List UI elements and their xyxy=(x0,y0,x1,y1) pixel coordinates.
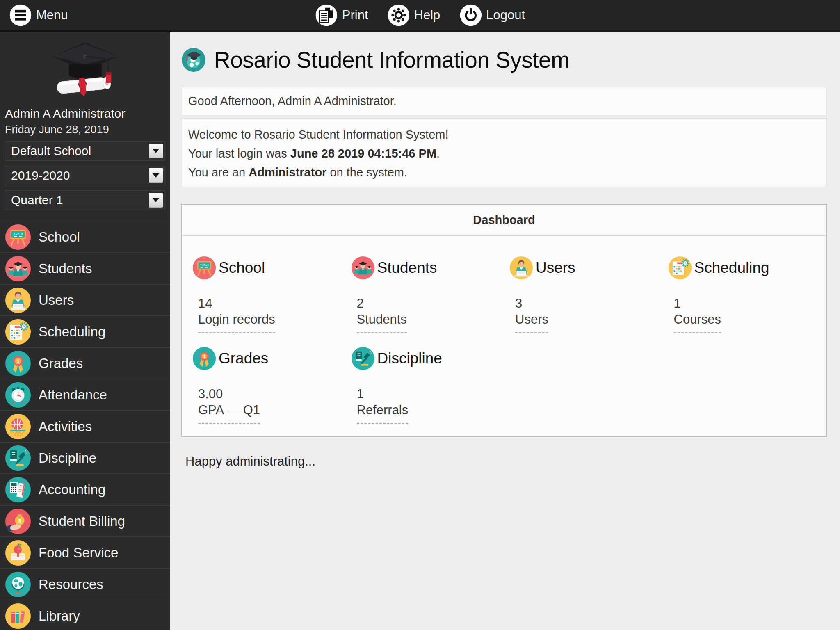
tile-students-link[interactable]: Students xyxy=(351,256,510,280)
school-select-value: Default School xyxy=(11,144,91,158)
dashboard-panel: Dashboard 1+2=3 xyxy=(181,204,827,437)
library-icon xyxy=(5,603,31,629)
page-title: Rosario Student Information System xyxy=(214,47,569,73)
sidebar-item-label: Students xyxy=(39,261,92,276)
discipline-icon xyxy=(5,445,31,471)
print-icon xyxy=(315,4,338,27)
topbar-actions: Print Help xyxy=(315,0,525,30)
sidebar-item-activities[interactable]: Activities xyxy=(0,411,170,443)
role-line: You are an Administrator on the system. xyxy=(188,166,820,179)
menu-label: Menu xyxy=(36,8,68,23)
tile-grades-link[interactable]: 1 Grades xyxy=(192,347,351,370)
tile-scheduling-link[interactable]: Scheduling xyxy=(668,256,827,280)
users-icon xyxy=(5,287,31,313)
tile-value: 2 xyxy=(357,296,510,311)
logout-label: Logout xyxy=(486,8,525,23)
help-icon xyxy=(387,4,410,27)
tile-label: Users xyxy=(536,259,575,276)
marking-period-select-value: Quarter 1 xyxy=(11,193,63,207)
sidebar-item-accounting[interactable]: Accounting xyxy=(0,474,170,506)
sidebar-item-label: Attendance xyxy=(39,387,107,403)
sidebar-item-label: School xyxy=(39,229,80,245)
topbar: Menu Print xyxy=(0,0,840,32)
tile-metric[interactable]: Students xyxy=(357,312,407,333)
print-label: Print xyxy=(342,8,368,23)
sidebar-menu: 1+2=3 School xyxy=(0,221,170,630)
print-button[interactable]: Print xyxy=(315,4,368,27)
sidebar-item-label: Grades xyxy=(39,356,83,371)
hamburger-menu-icon xyxy=(9,4,32,27)
sidebar-item-scheduling[interactable]: Scheduling xyxy=(0,316,170,348)
tile-value: 14 xyxy=(198,296,351,311)
current-date: Friday June 28, 2019 xyxy=(0,121,170,136)
marking-period-select[interactable]: Quarter 1 xyxy=(5,190,165,210)
greeting-text: Good Afternoon, Admin A Administrator. xyxy=(188,94,397,107)
users-icon xyxy=(509,256,533,280)
svg-text:1+2=3: 1+2=3 xyxy=(200,263,209,267)
tile-users-link[interactable]: Users xyxy=(509,256,668,280)
dashboard-tile-school: 1+2=3 School 14 Login records xyxy=(192,256,351,333)
tile-metric[interactable]: GPA — Q1 xyxy=(198,403,260,424)
logout-button[interactable]: Logout xyxy=(459,4,525,27)
dropdown-arrow-icon xyxy=(149,144,163,158)
tile-discipline-link[interactable]: Discipline xyxy=(351,347,510,370)
sidebar-item-label: Resources xyxy=(39,577,103,592)
sidebar-item-label: Scheduling xyxy=(39,324,105,340)
sidebar-item-users[interactable]: Users xyxy=(0,285,170,316)
sidebar-item-discipline[interactable]: Discipline xyxy=(0,443,170,474)
sidebar-item-label: Accounting xyxy=(39,482,105,498)
discipline-icon xyxy=(351,347,375,370)
student-billing-icon: $ xyxy=(5,508,31,534)
dropdown-arrow-icon xyxy=(149,193,163,208)
sidebar-item-label: Library xyxy=(39,608,80,624)
resources-icon xyxy=(5,571,31,598)
dashboard-tiles: 1+2=3 School 14 Login records xyxy=(182,236,826,436)
sidebar-item-school[interactable]: 1+2=3 School xyxy=(0,221,170,253)
students-icon xyxy=(5,256,31,282)
menu-button[interactable]: Menu xyxy=(9,4,68,27)
tile-value: 3 xyxy=(515,296,668,311)
rosariosis-app: Menu Print xyxy=(0,0,840,630)
dashboard-tile-scheduling: Scheduling 1 Courses xyxy=(668,256,827,333)
user-role: Administrator xyxy=(249,166,326,179)
sidebar-item-library[interactable]: Library xyxy=(0,600,170,630)
svg-text:1: 1 xyxy=(16,358,19,364)
attendance-icon xyxy=(5,382,31,408)
sidebar-item-attendance[interactable]: Attendance xyxy=(0,379,170,411)
sidebar-logo xyxy=(0,32,170,104)
tile-metric[interactable]: Referrals xyxy=(357,403,409,424)
welcome-box: Welcome to Rosario Student Information S… xyxy=(181,118,827,187)
svg-text:1+2=3: 1+2=3 xyxy=(14,232,23,236)
sidebar-item-label: Food Service xyxy=(39,545,118,561)
dashboard-tile-grades: 1 Grades 3.00 GPA — Q1 xyxy=(192,347,351,424)
rosariosis-logo-icon xyxy=(181,48,206,72)
sidebar-item-label: Student Billing xyxy=(39,514,125,529)
tile-label: School xyxy=(219,259,265,276)
user-name: Admin A Administrator xyxy=(0,104,170,121)
tile-metric[interactable]: Login records xyxy=(198,312,275,333)
sidebar-item-label: Activities xyxy=(39,419,92,434)
food-service-icon xyxy=(5,540,31,566)
grades-icon: 1 xyxy=(192,347,216,370)
sidebar-item-students[interactable]: Students xyxy=(0,253,170,285)
sidebar-item-student-billing[interactable]: $ Student Billing xyxy=(0,506,170,537)
accounting-icon xyxy=(5,477,31,503)
students-icon xyxy=(351,256,375,280)
school-select[interactable]: Default School xyxy=(5,141,165,161)
help-label: Help xyxy=(414,8,441,23)
sidebar-item-resources[interactable]: Resources xyxy=(0,569,170,600)
tile-school-link[interactable]: 1+2=3 School xyxy=(192,256,351,280)
school-icon: 1+2=3 xyxy=(5,224,31,250)
help-button[interactable]: Help xyxy=(387,4,441,27)
last-login-datetime: June 28 2019 04:15:46 PM xyxy=(290,147,436,160)
sidebar-item-food-service[interactable]: Food Service xyxy=(0,537,170,569)
graduation-cap-image xyxy=(41,36,129,103)
sidebar-item-grades[interactable]: 1 Grades xyxy=(0,348,170,379)
activities-icon xyxy=(5,413,31,440)
school-year-select[interactable]: 2019-2020 xyxy=(5,166,165,185)
sidebar-item-label: Discipline xyxy=(39,450,96,466)
footer-note: Happy administrating... xyxy=(185,454,827,469)
svg-text:1: 1 xyxy=(203,354,206,359)
tile-metric[interactable]: Users xyxy=(515,312,548,333)
tile-metric[interactable]: Courses xyxy=(674,312,721,333)
